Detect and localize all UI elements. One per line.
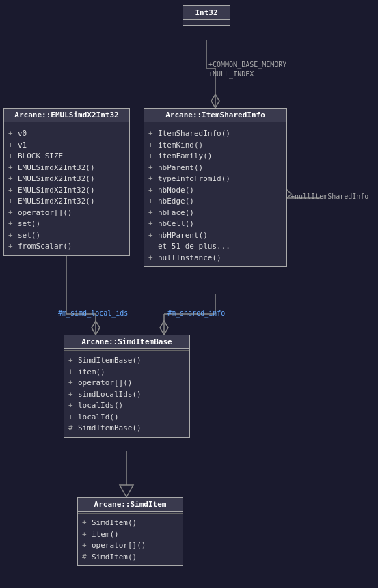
simd-item-box: Arcane::SimdItem +SimdItem()+item()+oper… — [77, 497, 183, 566]
svg-marker-3 — [211, 94, 219, 108]
simd-item-base-title: Arcane::SimdItemBase — [64, 335, 189, 349]
member-item: +localIds() — [68, 400, 185, 412]
member-item: +SimdItem() — [82, 518, 178, 529]
member-item: +nbParent() — [148, 163, 282, 174]
m-simd-local-ids-label: #m_simd_local_ids — [58, 309, 128, 317]
member-item: +EMULSimdX2Int32() — [8, 196, 125, 208]
member-item: +nbCell() — [148, 219, 282, 230]
simd-item-base-box: Arcane::SimdItemBase +SimdItemBase()+ite… — [64, 335, 190, 438]
member-item: +nbNode() — [148, 185, 282, 197]
int32-title: Int32 — [183, 6, 230, 20]
member-item: +item() — [68, 367, 185, 378]
item-shared-info-box: Arcane::ItemSharedInfo +ItemSharedInfo()… — [144, 108, 287, 267]
member-item: +localId() — [68, 412, 185, 423]
member-item: +EMULSimdX2Int32() — [8, 173, 125, 185]
int32-members — [183, 20, 230, 25]
member-item: +nbEdge() — [148, 196, 282, 208]
member-item: #SimdItemBase() — [68, 423, 185, 434]
member-item: #SimdItem() — [82, 552, 178, 563]
diagram: Int32 +COMMON_BASE_MEMORY +NULL_INDEX Ar… — [0, 0, 378, 588]
member-item: +nbFace() — [148, 208, 282, 219]
member-item: +ItemSharedInfo() — [148, 128, 282, 140]
emul-simd-members: +v0+v1+BLOCK_SIZE+EMULSimdX2Int32()+EMUL… — [4, 126, 129, 255]
simd-item-members: +SimdItem()+item()+operator[]()#SimdItem… — [78, 515, 183, 565]
member-item: +SimdItemBase() — [68, 355, 185, 367]
member-item: +nbHParent() — [148, 230, 282, 242]
member-item: +EMULSimdX2Int32() — [8, 185, 125, 197]
simd-item-title: Arcane::SimdItem — [78, 498, 183, 512]
member-item: +BLOCK_SIZE — [8, 151, 125, 163]
svg-marker-15 — [120, 485, 133, 497]
svg-marker-9 — [92, 321, 100, 335]
member-item: +operator[]() — [8, 208, 125, 219]
item-shared-info-members: +ItemSharedInfo()+itemKind()+itemFamily(… — [144, 126, 286, 266]
connectors-svg — [0, 0, 378, 588]
m-shared-info-label: #m_shared_info — [167, 309, 225, 317]
member-item: +set() — [8, 230, 125, 242]
member-item: +EMULSimdX2Int32() — [8, 163, 125, 174]
svg-marker-13 — [160, 321, 168, 335]
int32-box: Int32 — [183, 5, 230, 26]
member-item: et 51 de plus... — [148, 241, 282, 253]
common-base-memory-label: +COMMON_BASE_MEMORY +NULL_INDEX — [208, 60, 286, 79]
member-item: +itemKind() — [148, 140, 282, 152]
item-shared-info-title: Arcane::ItemSharedInfo — [144, 109, 286, 122]
member-item: +v0 — [8, 128, 125, 140]
null-item-shared-info-label: +nullItemSharedInfo — [291, 193, 368, 200]
member-item: +fromScalar() — [8, 241, 125, 253]
member-item: +simdLocalIds() — [68, 389, 185, 401]
simd-item-base-members: +SimdItemBase()+item()+operator[]()+simd… — [64, 352, 189, 437]
member-item: +set() — [8, 219, 125, 230]
member-item: +operator[]() — [68, 378, 185, 389]
emul-simd-box: Arcane::EMULSimdX2Int32 +v0+v1+BLOCK_SIZ… — [3, 108, 130, 256]
member-item: +item() — [82, 529, 178, 541]
member-item: +typeInfoFromId() — [148, 173, 282, 185]
member-item: +nullInstance() — [148, 253, 282, 264]
member-item: +v1 — [8, 140, 125, 152]
emul-simd-title: Arcane::EMULSimdX2Int32 — [4, 109, 129, 122]
member-item: +operator[]() — [82, 540, 178, 552]
member-item: +itemFamily() — [148, 151, 282, 163]
